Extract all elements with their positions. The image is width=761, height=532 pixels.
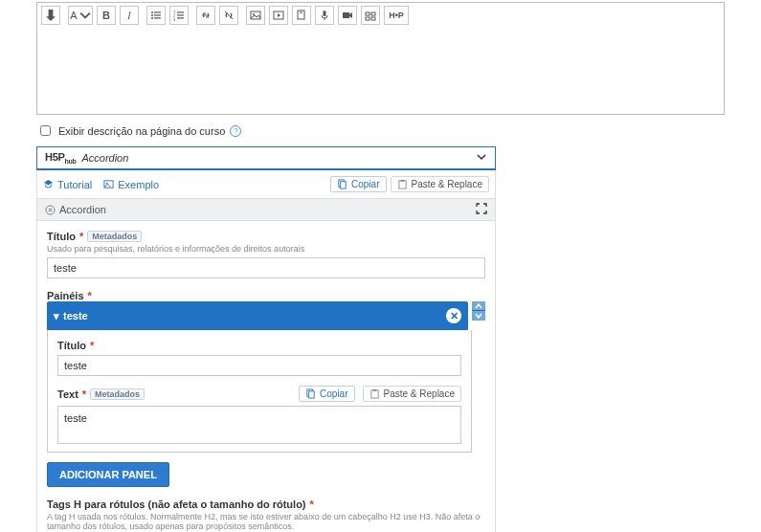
rte-content-area[interactable] [37, 28, 724, 114]
title-description: Usado para pesquisas, relatórios e infor… [47, 244, 485, 254]
svg-rect-33 [370, 390, 377, 398]
media-icon[interactable] [269, 6, 288, 25]
h5p-icon[interactable]: H•P [384, 6, 409, 25]
svg-point-2 [151, 14, 153, 16]
show-description-checkbox[interactable] [40, 125, 51, 136]
svg-rect-11 [177, 17, 184, 18]
add-panel-button[interactable]: ADICIONAR PANEL [47, 462, 169, 487]
svg-rect-5 [154, 17, 161, 18]
svg-rect-27 [341, 182, 347, 188]
svg-rect-34 [372, 389, 376, 391]
panel-text-label: Text [57, 388, 78, 400]
panel-title-input[interactable] [57, 355, 461, 376]
toggle-toolbar-icon[interactable] [41, 6, 60, 25]
title-input[interactable] [47, 257, 485, 278]
svg-rect-28 [398, 181, 405, 188]
link-icon[interactable] [196, 6, 215, 25]
svg-rect-16 [298, 11, 304, 19]
svg-rect-18 [324, 11, 326, 16]
italic-icon[interactable]: I [120, 6, 139, 25]
example-link[interactable]: Exemplo [103, 179, 159, 190]
manage-files-icon[interactable] [361, 6, 380, 25]
content-type-header: Accordion [45, 204, 106, 215]
tutorial-link[interactable]: Tutorial [43, 179, 92, 190]
bold-icon[interactable]: B [97, 6, 116, 25]
remove-panel-icon[interactable]: ✕ [446, 308, 461, 323]
record-audio-icon[interactable] [315, 6, 334, 25]
svg-rect-1 [154, 11, 161, 12]
image-icon[interactable] [246, 6, 265, 25]
panel-text-area[interactable]: teste [57, 406, 461, 444]
caret-down-icon: ▾ [54, 310, 59, 322]
rte-toolbar: A B I 123 H•P [37, 3, 724, 28]
panels-label: Painéis [47, 290, 84, 301]
htag-description: A tag H usada nos rótulos. Normalmente H… [47, 512, 485, 531]
panel-title-label: Título [57, 340, 86, 351]
svg-text:3: 3 [173, 17, 176, 21]
svg-rect-32 [309, 391, 315, 398]
title-label: Título [47, 231, 76, 242]
panel-metadata-button[interactable]: Metadados [90, 388, 145, 400]
svg-rect-20 [366, 12, 369, 15]
unlink-icon[interactable] [219, 6, 238, 25]
move-up-icon[interactable] [472, 301, 485, 311]
panel-copy-button[interactable]: Copiar [299, 386, 354, 402]
fullscreen-icon[interactable] [476, 203, 487, 216]
svg-rect-7 [177, 11, 184, 12]
svg-rect-19 [343, 12, 349, 18]
move-down-icon[interactable] [472, 311, 485, 321]
bullet-list-icon[interactable] [146, 6, 166, 25]
hub-selected-type: Accordion [81, 152, 128, 164]
svg-rect-9 [177, 14, 184, 15]
svg-rect-24 [104, 181, 113, 188]
h5p-hub-selector[interactable]: H5Phub Accordion [36, 146, 496, 170]
svg-rect-21 [371, 12, 375, 15]
paste-replace-button[interactable]: Paste & Replace [391, 176, 490, 192]
metadata-button[interactable]: Metadados [87, 231, 142, 242]
svg-point-4 [151, 17, 153, 19]
copy-button[interactable]: Copiar [330, 176, 386, 192]
svg-rect-23 [371, 17, 375, 20]
rich-text-editor: A B I 123 H•P [36, 2, 725, 115]
svg-rect-29 [400, 180, 404, 182]
svg-rect-22 [366, 17, 369, 20]
paragraph-style-dropdown[interactable]: A [68, 6, 93, 25]
files-icon[interactable] [292, 6, 311, 25]
h5p-logo-icon: H5Phub [45, 151, 76, 165]
record-video-icon[interactable] [338, 6, 357, 25]
help-icon[interactable]: ? [230, 125, 241, 137]
show-description-label: Exibir descrição na página do curso [58, 125, 225, 137]
panel-header[interactable]: ▾ teste ✕ [47, 301, 468, 330]
chevron-down-icon [476, 151, 487, 165]
svg-point-0 [151, 11, 153, 13]
number-list-icon[interactable]: 123 [169, 6, 189, 25]
panel-paste-replace-button[interactable]: Paste & Replace [363, 386, 462, 402]
svg-point-30 [46, 206, 55, 214]
svg-rect-3 [154, 14, 161, 15]
panel-name: teste [63, 310, 88, 321]
htag-label: Tags H para rótulos (não afeta o tamanho… [47, 499, 306, 510]
